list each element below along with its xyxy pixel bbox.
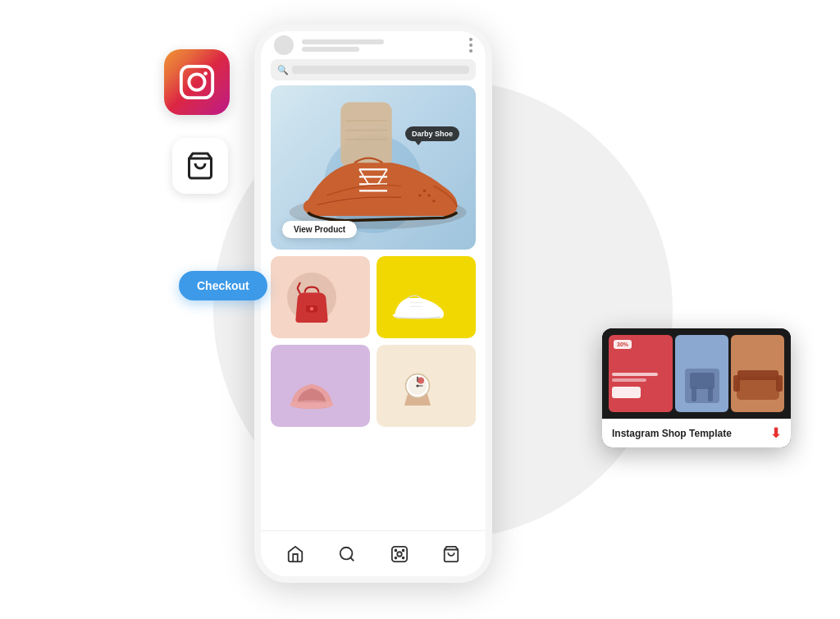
instagram-icon bbox=[164, 49, 230, 115]
svg-point-18 bbox=[427, 194, 430, 196]
phone-frame: 🔍 bbox=[254, 25, 492, 583]
hat-svg bbox=[279, 361, 345, 419]
svg-point-1 bbox=[189, 74, 204, 89]
svg-line-23 bbox=[298, 288, 301, 294]
sneaker-svg bbox=[381, 268, 454, 334]
shop-bag-icon bbox=[172, 138, 228, 194]
status-line-2 bbox=[302, 47, 359, 52]
product-tag: Darby Shoe bbox=[405, 126, 459, 141]
preview-item-sofa bbox=[731, 335, 784, 412]
svg-point-34 bbox=[418, 378, 424, 384]
svg-point-35 bbox=[340, 547, 353, 559]
svg-point-28 bbox=[290, 401, 333, 409]
template-card[interactable]: 30% Instagram Shop Temp bbox=[602, 328, 791, 447]
product-grid bbox=[271, 256, 476, 427]
svg-rect-0 bbox=[181, 66, 212, 98]
sale-badge: 30% bbox=[614, 340, 632, 349]
status-line-1 bbox=[302, 39, 384, 44]
svg-point-41 bbox=[395, 557, 396, 558]
nav-search-icon[interactable] bbox=[337, 544, 357, 564]
bottom-navigation bbox=[261, 530, 486, 576]
main-product-image: Darby Shoe View Product bbox=[271, 85, 476, 250]
svg-line-24 bbox=[298, 282, 301, 288]
svg-point-33 bbox=[416, 384, 418, 387]
bag-svg bbox=[279, 277, 345, 334]
template-card-footer: Instagram Shop Template ⬇ bbox=[602, 419, 791, 447]
svg-point-38 bbox=[397, 552, 402, 557]
nav-shop-icon[interactable] bbox=[441, 544, 461, 564]
svg-point-19 bbox=[432, 199, 435, 202]
preview-item-chair bbox=[675, 335, 728, 412]
svg-point-42 bbox=[402, 557, 404, 558]
phone-search-bar[interactable]: 🔍 bbox=[271, 59, 476, 80]
menu-icon bbox=[469, 38, 472, 53]
svg-point-17 bbox=[423, 190, 426, 192]
svg-rect-37 bbox=[392, 546, 407, 561]
search-icon: 🔍 bbox=[277, 65, 289, 76]
grid-item-hat[interactable] bbox=[271, 345, 370, 427]
profile-avatar bbox=[274, 35, 294, 55]
svg-line-36 bbox=[351, 557, 354, 561]
svg-point-2 bbox=[203, 71, 208, 76]
preview-item-sale: 30% bbox=[609, 335, 673, 412]
phone-mockup: 🔍 bbox=[254, 25, 492, 583]
search-fill bbox=[292, 66, 469, 74]
svg-point-20 bbox=[418, 194, 421, 196]
nav-reels-icon[interactable] bbox=[390, 544, 409, 564]
checkout-button[interactable]: Checkout bbox=[179, 271, 267, 300]
grid-item-watch[interactable] bbox=[377, 345, 476, 427]
template-title: Instagram Shop Template bbox=[612, 428, 732, 439]
grid-item-sneaker[interactable] bbox=[377, 256, 476, 338]
svg-point-22 bbox=[310, 307, 313, 310]
svg-point-39 bbox=[395, 549, 396, 551]
svg-point-40 bbox=[402, 549, 404, 551]
download-icon[interactable]: ⬇ bbox=[770, 425, 781, 441]
phone-status-bar bbox=[261, 31, 486, 56]
view-product-button[interactable]: View Product bbox=[282, 221, 357, 238]
grid-item-bag[interactable] bbox=[271, 256, 370, 338]
template-preview: 30% bbox=[602, 328, 791, 419]
status-text-lines bbox=[302, 39, 469, 52]
nav-home-icon[interactable] bbox=[285, 544, 305, 564]
watch-svg bbox=[381, 353, 454, 419]
